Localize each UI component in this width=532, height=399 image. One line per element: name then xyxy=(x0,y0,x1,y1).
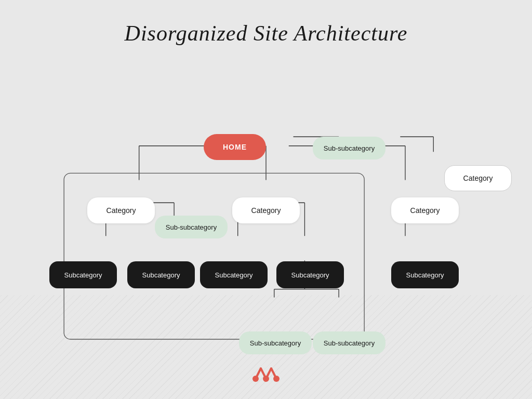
subcategory3-node: Subcategory xyxy=(200,261,268,288)
home-node: HOME xyxy=(204,134,266,160)
logo xyxy=(250,363,282,389)
category3-node: Category xyxy=(391,197,459,223)
subcategory2-node: Subcategory xyxy=(127,261,195,288)
category2-node: Category xyxy=(232,197,300,223)
subsubcat-bottom-right-node: Sub-subcategory xyxy=(313,331,385,354)
subcategory5-node: Subcategory xyxy=(391,261,459,288)
diagram: HOME Sub-subcategory Category Category S… xyxy=(0,57,532,357)
subcategory1-node: Subcategory xyxy=(49,261,117,288)
category-topright-node: Category xyxy=(444,165,512,191)
category1-node: Category xyxy=(87,197,155,223)
page-title: Disorganized Site Architecture xyxy=(0,0,532,46)
subsubcat-top-right-node: Sub-subcategory xyxy=(313,137,385,159)
subcategory4-node: Subcategory xyxy=(276,261,344,288)
subsubcat-mid-node: Sub-subcategory xyxy=(155,216,228,238)
subsubcat-bottom-left-node: Sub-subcategory xyxy=(239,331,312,354)
